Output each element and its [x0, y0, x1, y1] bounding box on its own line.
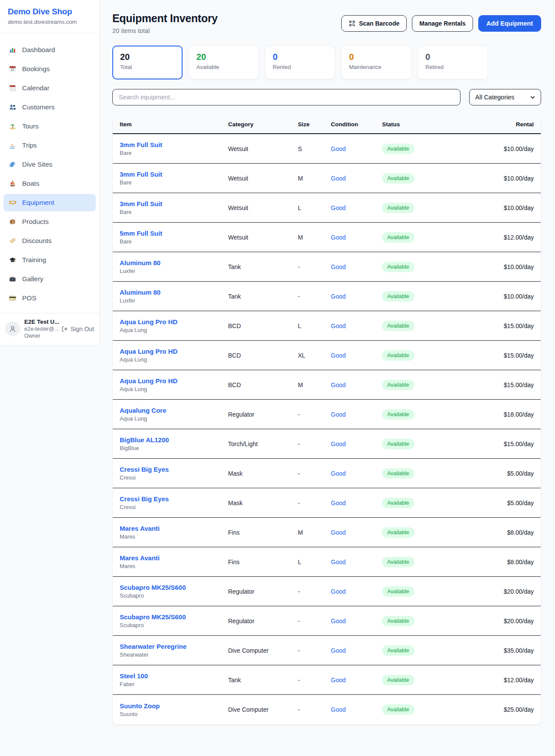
status-cell: Available	[382, 704, 447, 715]
condition-link[interactable]: Good	[331, 559, 382, 565]
brand-name[interactable]: Demo Dive Shop	[8, 7, 91, 16]
item-name-link[interactable]: Mares Avanti	[120, 525, 160, 532]
table-row: 3mm Full SuitBareWetsuitMGoodAvailable$1…	[113, 164, 541, 193]
item-name-link[interactable]: Scubapro MK25/S600	[120, 613, 186, 621]
table-row: Aqua Lung Pro HDAqua LungBCDXLGoodAvaila…	[113, 341, 541, 370]
add-equipment-button[interactable]: Add Equipment	[478, 15, 541, 32]
bookings-calendar-icon: 17	[9, 65, 16, 73]
condition-link[interactable]: Good	[331, 529, 382, 536]
condition-link[interactable]: Good	[331, 470, 382, 477]
item-name-link[interactable]: Mares Avanti	[120, 554, 160, 562]
sidebar-item-equipment[interactable]: Equipment	[3, 194, 96, 211]
condition-link[interactable]: Good	[331, 263, 382, 270]
category-cell: Mask	[228, 500, 298, 506]
category-cell: Regulator	[228, 411, 298, 418]
item-name-link[interactable]: Aluminum 80	[120, 259, 160, 266]
condition-link[interactable]: Good	[331, 588, 382, 595]
sidebar-item-label: Boats	[22, 180, 39, 187]
scan-barcode-button[interactable]: Scan Barcode	[341, 15, 407, 32]
manage-rentals-button[interactable]: Manage Rentals	[412, 15, 473, 32]
rental-cell: $10.00/day	[447, 175, 534, 182]
status-cell: Available	[382, 203, 447, 213]
condition-link[interactable]: Good	[331, 175, 382, 182]
item-name-link[interactable]: Cressi Big Eyes	[120, 466, 169, 473]
condition-link[interactable]: Good	[331, 677, 382, 684]
item-name-link[interactable]: Aqua Lung Pro HD	[120, 348, 177, 355]
sidebar-item-pos[interactable]: POS	[3, 289, 96, 307]
sign-out-button[interactable]: Sign Out	[61, 325, 94, 332]
status-badge: Available	[382, 439, 415, 449]
item-name-link[interactable]: Cressi Big Eyes	[120, 495, 169, 503]
condition-link[interactable]: Good	[331, 145, 382, 152]
sidebar-item-tours[interactable]: Tours	[3, 118, 96, 135]
item-brand: Bare	[120, 179, 228, 186]
condition-link[interactable]: Good	[331, 352, 382, 359]
sidebar-item-discounts[interactable]: Discounts	[3, 232, 96, 250]
item-name-link[interactable]: Aqualung Core	[120, 407, 166, 414]
sidebar-item-boats[interactable]: Boats	[3, 175, 96, 192]
sidebar-item-bookings[interactable]: 17Bookings	[3, 60, 96, 78]
item-brand: Aqua Lung	[120, 386, 228, 392]
sidebar-item-dive-sites[interactable]: Dive Sites	[3, 156, 96, 173]
item-cell: Scubapro MK25/S600Scubapro	[120, 584, 228, 599]
condition-link[interactable]: Good	[331, 204, 382, 211]
condition-link[interactable]: Good	[331, 440, 382, 447]
stat-card-total[interactable]: 20Total	[112, 46, 183, 79]
item-name-link[interactable]: Shearwater Peregrine	[120, 643, 186, 650]
table-header-row: ItemCategorySizeConditionStatusRental	[113, 115, 541, 134]
condition-link[interactable]: Good	[331, 234, 382, 241]
item-name-link[interactable]: 3mm Full Suit	[120, 141, 162, 148]
item-name-link[interactable]: BigBlue AL1200	[120, 436, 169, 444]
stat-card-rented[interactable]: 0Rented	[265, 46, 335, 79]
item-name-link[interactable]: Scubapro MK25/S600	[120, 584, 186, 591]
item-name-link[interactable]: 5mm Full Suit	[120, 230, 162, 237]
sidebar-item-dashboard[interactable]: Dashboard	[3, 41, 96, 59]
category-cell: Torch/Light	[228, 440, 298, 447]
sidebar-item-gallery[interactable]: Gallery	[3, 270, 96, 288]
size-cell: M	[298, 234, 331, 241]
item-name-link[interactable]: Steel 100	[120, 672, 148, 680]
category-filter-select[interactable]: All Categories	[469, 89, 541, 105]
item-cell: Aqualung CoreAqua Lung	[120, 407, 228, 422]
condition-link[interactable]: Good	[331, 706, 382, 713]
condition-link[interactable]: Good	[331, 293, 382, 300]
condition-link[interactable]: Good	[331, 618, 382, 625]
item-name-link[interactable]: Aluminum 80	[120, 289, 160, 296]
status-badge: Available	[382, 173, 415, 184]
item-name-link[interactable]: 3mm Full Suit	[120, 171, 162, 178]
condition-link[interactable]: Good	[331, 381, 382, 388]
stat-card-maintenance[interactable]: 0Maintenance	[341, 46, 411, 79]
status-cell: Available	[382, 232, 447, 243]
category-cell: Wetsuit	[228, 145, 298, 152]
sidebar-item-calendar[interactable]: Calendar	[3, 79, 96, 97]
search-input[interactable]	[112, 89, 460, 105]
rental-cell: $8.00/day	[447, 529, 534, 536]
category-selected-value: All Categories	[475, 94, 514, 101]
sidebar-item-trips[interactable]: Trips	[3, 137, 96, 154]
sidebar-item-products[interactable]: Products	[3, 213, 96, 230]
category-cell: Tank	[228, 293, 298, 300]
condition-link[interactable]: Good	[331, 322, 382, 329]
item-name-link[interactable]: Aqua Lung Pro HD	[120, 318, 177, 325]
stat-card-available[interactable]: 20Available	[189, 46, 259, 79]
page-title: Equipment Inventory	[112, 12, 218, 25]
condition-link[interactable]: Good	[331, 411, 382, 418]
condition-link[interactable]: Good	[331, 647, 382, 654]
table-row: Shearwater PeregrineShearwaterDive Compu…	[113, 636, 541, 665]
status-cell: Available	[382, 498, 447, 508]
item-name-link[interactable]: Suunto Zoop	[120, 702, 160, 710]
credit-card-icon	[9, 294, 16, 302]
item-brand: Scubapro	[120, 592, 228, 599]
column-header-size: Size	[298, 121, 331, 128]
item-name-link[interactable]: 3mm Full Suit	[120, 200, 162, 207]
size-cell: M	[298, 381, 331, 388]
rental-cell: $10.00/day	[447, 145, 534, 152]
sidebar-item-training[interactable]: Training	[3, 251, 96, 269]
sidebar-item-customers[interactable]: Customers	[3, 99, 96, 116]
item-name-link[interactable]: Aqua Lung Pro HD	[120, 377, 177, 385]
stat-label: Maintenance	[349, 64, 404, 70]
condition-link[interactable]: Good	[331, 500, 382, 506]
stat-card-retired[interactable]: 0Retired	[418, 46, 488, 79]
column-header-item: Item	[120, 121, 228, 128]
status-badge: Available	[382, 645, 415, 656]
